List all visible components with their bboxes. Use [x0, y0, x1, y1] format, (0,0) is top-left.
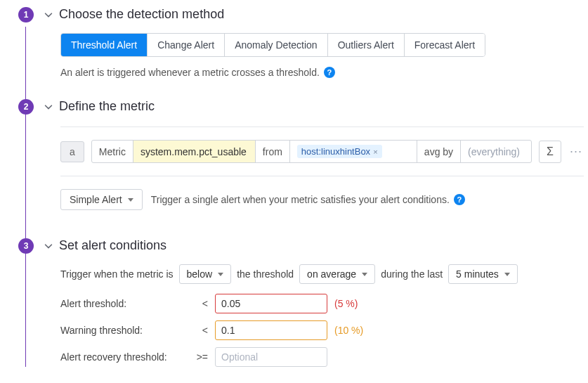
step2-header[interactable]: Define the metric [44, 99, 584, 114]
chevron-down-icon [44, 241, 53, 251]
close-icon[interactable]: × [373, 148, 377, 156]
time-window-dropdown[interactable]: 5 minutes [448, 264, 518, 284]
from-label: from [255, 141, 290, 162]
from-scope-input[interactable]: host:linuxhintBox × [290, 141, 417, 162]
chevron-down-icon [218, 273, 223, 276]
chevron-down-icon [128, 198, 133, 202]
detection-method-tabs: Threshold Alert Change Alert Anomaly Det… [60, 33, 485, 57]
help-icon[interactable]: ? [324, 67, 335, 78]
chevron-down-icon [504, 273, 510, 276]
metric-input[interactable]: system.mem.pct_usable [133, 141, 255, 162]
warning-threshold-percent: (10 %) [334, 325, 363, 336]
aggregation-dropdown[interactable]: on average [299, 264, 375, 284]
comparison-value: below [187, 268, 213, 280]
aggregation-value: on average [307, 268, 356, 280]
step3-header[interactable]: Set alert conditions [44, 238, 584, 253]
alert-type-value: Simple Alert [70, 194, 122, 205]
warning-threshold-input[interactable] [215, 320, 327, 340]
group-by-input[interactable]: (everything) [461, 141, 531, 162]
warning-threshold-label: Warning threshold: [60, 325, 187, 336]
recovery-threshold-label: Alert recovery threshold: [60, 351, 187, 363]
help-icon[interactable]: ? [454, 194, 465, 205]
query-row-label: a [60, 141, 84, 162]
alert-type-description: Trigger a single alert when your metric … [151, 194, 450, 205]
warning-threshold-operator: < [194, 325, 208, 336]
alert-threshold-percent: (5 %) [334, 298, 358, 309]
more-icon[interactable]: ··· [568, 144, 584, 159]
aggregation-label[interactable]: avg by [417, 141, 461, 162]
tab-outliers-alert[interactable]: Outliers Alert [328, 34, 405, 56]
cond-text: Trigger when the metric is [60, 268, 174, 280]
cond-text: the threshold [237, 268, 294, 280]
recovery-threshold-operator: >= [194, 351, 208, 363]
alert-threshold-label: Alert threshold: [60, 298, 187, 309]
metric-query-builder: Metric system.mem.pct_usable from host:l… [91, 140, 532, 163]
recovery-threshold-input[interactable] [215, 347, 327, 367]
tab-forecast-alert[interactable]: Forecast Alert [405, 34, 485, 56]
time-window-value: 5 minutes [456, 268, 499, 280]
step-number-3: 3 [18, 238, 34, 254]
tab-threshold-alert[interactable]: Threshold Alert [61, 34, 148, 56]
step-number-1: 1 [18, 7, 34, 22]
chevron-down-icon [44, 10, 53, 20]
detection-method-description: An alert is triggered whenever a metric … [60, 67, 320, 78]
tab-change-alert[interactable]: Change Alert [148, 34, 225, 56]
scope-tag-text: host:linuxhintBox [301, 146, 370, 157]
sigma-button[interactable]: Σ [539, 141, 561, 163]
chevron-down-icon [362, 273, 367, 276]
chevron-down-icon [44, 102, 53, 112]
alert-type-dropdown[interactable]: Simple Alert [60, 189, 143, 210]
step1-title: Choose the detection method [59, 7, 224, 22]
alert-threshold-input[interactable] [215, 294, 327, 313]
scope-tag[interactable]: host:linuxhintBox × [297, 145, 382, 158]
step3-title: Set alert conditions [59, 238, 166, 253]
alert-threshold-operator: < [194, 298, 208, 309]
cond-text: during the last [381, 268, 443, 280]
tab-anomaly-detection[interactable]: Anomaly Detection [225, 34, 328, 56]
comparison-dropdown[interactable]: below [179, 264, 232, 284]
step2-title: Define the metric [59, 99, 155, 114]
metric-label: Metric [92, 141, 133, 162]
step1-header[interactable]: Choose the detection method [44, 7, 584, 22]
step-number-2: 2 [18, 99, 34, 115]
